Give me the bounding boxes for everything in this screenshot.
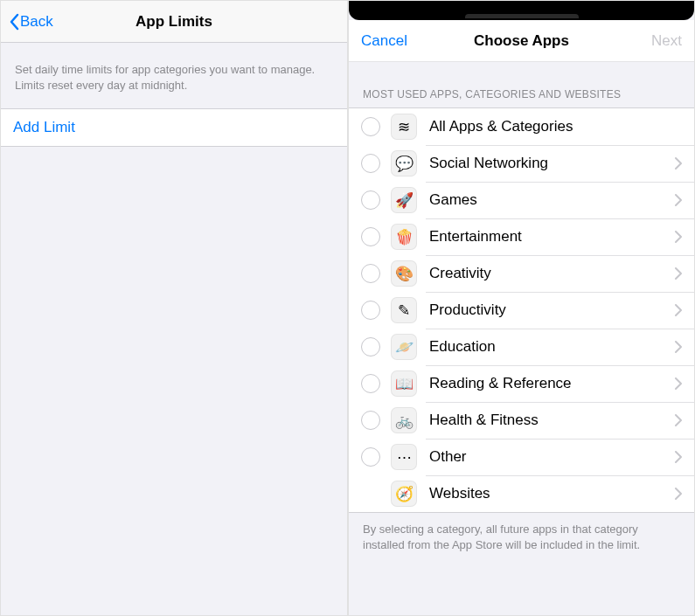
category-label: Reading & Reference (429, 375, 670, 392)
category-icon: 🚲 (391, 407, 417, 433)
add-limit-label: Add Limit (13, 119, 75, 136)
page-title: App Limits (136, 13, 212, 31)
chevron-right-icon (675, 377, 682, 390)
category-icon: 💬 (391, 150, 417, 176)
chevron-right-icon (675, 414, 682, 426)
category-icon: ✎ (391, 297, 417, 323)
radio-unselected-icon[interactable] (361, 374, 380, 393)
category-label: Education (429, 338, 670, 356)
category-icon: 🍿 (391, 224, 417, 250)
category-row[interactable]: 🪐Education (349, 329, 694, 365)
category-label: Health & Fitness (429, 412, 670, 429)
section-footer: By selecting a category, all future apps… (349, 513, 694, 561)
chevron-right-icon (675, 194, 682, 206)
add-limit-button[interactable]: Add Limit (1, 109, 347, 146)
category-row[interactable]: ✎Productivity (349, 292, 694, 329)
chevron-right-icon (675, 157, 682, 170)
category-row[interactable]: 🍿Entertainment (349, 218, 694, 255)
radio-unselected-icon[interactable] (361, 264, 380, 283)
section-header: MOST USED APPS, CATEGORIES AND WEBSITES (349, 62, 694, 107)
category-list: ≋All Apps & Categories💬Social Networking… (349, 107, 694, 513)
category-icon: ≋ (391, 114, 417, 140)
back-label: Back (20, 13, 53, 31)
sheet-handle (465, 14, 579, 18)
category-label: Entertainment (429, 228, 670, 246)
category-label: Websites (429, 485, 670, 502)
navbar-left: Back App Limits (1, 1, 347, 43)
category-row[interactable]: 📖Reading & Reference (349, 365, 694, 402)
category-icon: ⋯ (391, 444, 417, 470)
category-row[interactable]: ≋All Apps & Categories (349, 108, 694, 145)
app-limits-screen: Back App Limits Set daily time limits fo… (0, 0, 348, 616)
category-row[interactable]: 🎨Creativity (349, 255, 694, 292)
section-description: Set daily time limits for app categories… (1, 43, 347, 108)
radio-unselected-icon[interactable] (361, 411, 380, 430)
category-icon: 🪐 (391, 334, 417, 360)
cancel-label: Cancel (361, 32, 407, 50)
chevron-right-icon (675, 341, 682, 353)
category-row[interactable]: 🚲Health & Fitness (349, 402, 694, 439)
radio-unselected-icon[interactable] (361, 190, 380, 210)
chevron-right-icon (675, 451, 682, 463)
radio-unselected-icon[interactable] (361, 337, 380, 356)
category-row[interactable]: 🚀Games (349, 182, 694, 218)
category-row[interactable]: 💬Social Networking (349, 145, 694, 182)
chevron-left-icon (8, 12, 20, 31)
category-icon: 🚀 (391, 187, 417, 213)
category-label: Social Networking (429, 155, 670, 172)
category-label: Creativity (429, 265, 670, 282)
category-label: Other (429, 448, 670, 466)
category-label: Games (429, 191, 670, 209)
category-icon: 🎨 (391, 260, 417, 287)
add-limit-group: Add Limit (1, 108, 347, 147)
page-title: Choose Apps (474, 32, 569, 50)
back-button[interactable]: Back (8, 12, 53, 31)
next-button[interactable]: Next (651, 32, 682, 50)
category-label: All Apps & Categories (429, 118, 682, 135)
category-row[interactable]: 🧭Websites (349, 475, 694, 512)
next-label: Next (651, 32, 682, 49)
category-icon: 📖 (391, 370, 417, 397)
radio-unselected-icon[interactable] (361, 227, 380, 246)
cancel-button[interactable]: Cancel (356, 32, 407, 50)
radio-unselected-icon[interactable] (361, 447, 380, 467)
chevron-right-icon (675, 267, 682, 280)
radio-unselected-icon[interactable] (361, 117, 380, 136)
chevron-right-icon (675, 231, 682, 243)
category-label: Productivity (429, 301, 670, 319)
category-icon: 🧭 (391, 481, 417, 507)
navbar-right: Cancel Choose Apps Next (349, 20, 694, 62)
choose-apps-screen: Cancel Choose Apps Next MOST USED APPS, … (348, 0, 695, 616)
category-row[interactable]: ⋯Other (349, 439, 694, 475)
sheet-grabber-area (349, 1, 694, 20)
chevron-right-icon (675, 304, 682, 316)
radio-unselected-icon[interactable] (361, 301, 380, 320)
chevron-right-icon (675, 488, 682, 500)
radio-unselected-icon[interactable] (361, 154, 380, 173)
